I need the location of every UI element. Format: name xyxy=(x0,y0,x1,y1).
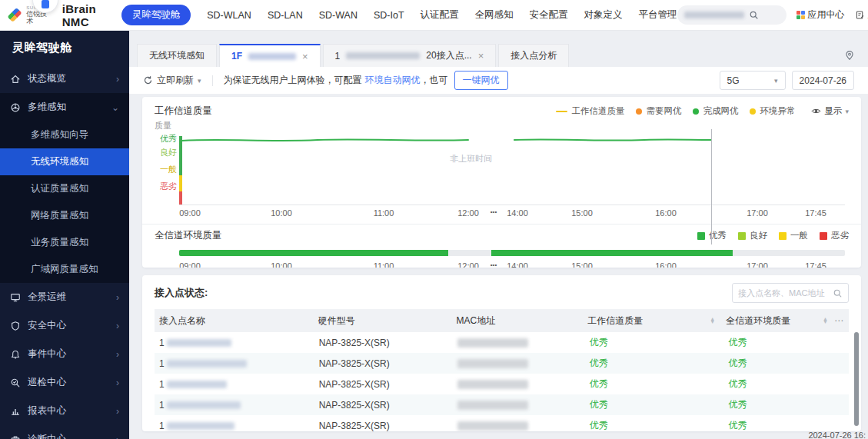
nav-item-platform-mgmt[interactable]: 平台管理 xyxy=(639,8,677,22)
close-icon[interactable]: × xyxy=(302,52,308,62)
page-toolbar: 立即刷新 ▾ 为保证无线用户上网体验，可配置 环境自动网优 ，也可 一键网优 5… xyxy=(129,67,868,94)
sidebar-subitem-network-quality[interactable]: 网络质量感知 xyxy=(0,202,129,229)
tab-label: 接入点分析 xyxy=(510,49,557,62)
table-row[interactable]: 1 NAP-3825-X(SR) 优秀 优秀 xyxy=(155,353,849,374)
main-area: 无线环境感知 1F × 1 20接入点... × 接入点分析 立 xyxy=(129,31,868,439)
x-tick: 14:00 xyxy=(507,208,528,218)
refresh-icon xyxy=(143,75,153,85)
sort-icon[interactable]: ▲▼ xyxy=(710,318,721,324)
caret-down-icon: ▾ xyxy=(845,108,849,115)
sidebar-item-label: 状态概览 xyxy=(28,72,66,85)
ops-monitor-icon xyxy=(10,292,21,303)
legend-label: 良好 xyxy=(750,230,767,241)
nav-item-sd-wan[interactable]: SD-WAN xyxy=(319,10,358,21)
legend-excellent[interactable]: 优秀 xyxy=(697,230,727,241)
nav-item-cockpit[interactable]: 灵眸驾驶舱 xyxy=(121,5,191,25)
time-axis: 09:00 10:00 11:00 12:00 ••• 14:00 15:00 … xyxy=(179,208,845,221)
date-value: 2024-07-26 xyxy=(800,75,846,86)
perception-icon xyxy=(10,102,21,113)
x-tick: 11:00 xyxy=(374,208,394,218)
legend-work-quality[interactable]: 工作信道质量 xyxy=(556,105,624,117)
sidebar-item-label: 巡检中心 xyxy=(28,376,66,389)
sidebar-subitem-wan-quality[interactable]: 广域网质量感知 xyxy=(0,256,129,283)
current-time-marker xyxy=(711,129,712,244)
chart-legend: 工作信道质量 需要网优 完成网优 环境异常 xyxy=(556,105,849,117)
close-icon[interactable]: × xyxy=(478,51,484,61)
sidebar-subitem-label: 广域网质量感知 xyxy=(31,263,98,276)
sidebar-item-inspection-center[interactable]: 巡检中心 › xyxy=(0,368,129,397)
one-key-optimize-button[interactable]: 一键网优 xyxy=(454,71,508,90)
feedback-icon xyxy=(855,10,865,20)
nav-item-sd-lan[interactable]: SD-LAN xyxy=(268,10,303,21)
inspection-icon xyxy=(10,377,21,388)
tab-wireless-env[interactable]: 无线环境感知 xyxy=(137,44,217,67)
model-cell: NAP-3825-X(SR) xyxy=(314,338,454,348)
legend-dot-swatch xyxy=(750,108,756,115)
sort-icon[interactable]: ▲▼ xyxy=(823,318,834,324)
chevron-right-icon: › xyxy=(116,434,119,439)
x-tick: 10:00 xyxy=(271,208,292,218)
display-toggle[interactable]: 显示 ▾ xyxy=(811,105,849,117)
masked-text xyxy=(167,422,234,430)
tab-label: 1 xyxy=(335,51,341,62)
legend-optimize-done[interactable]: 完成网优 xyxy=(693,105,738,117)
nav-item-security-config[interactable]: 安全配置 xyxy=(530,8,568,22)
eye-icon xyxy=(811,106,821,116)
feedback-button[interactable]: 反馈 xyxy=(855,8,868,22)
ap-search-input[interactable] xyxy=(738,288,829,298)
tab-ap-analysis[interactable]: 接入点分析 xyxy=(498,44,569,67)
global-search[interactable] xyxy=(677,5,787,25)
band-select[interactable]: 5G ▾ xyxy=(720,71,786,90)
table-body: 1 NAP-3825-X(SR) 优秀 优秀 1 NAP-3825-X(SR) … xyxy=(155,332,849,431)
sidebar-subitem-service-quality[interactable]: 业务质量感知 xyxy=(0,229,129,256)
date-picker[interactable]: 2024-07-26 xyxy=(792,71,854,90)
chevron-right-icon: › xyxy=(116,349,119,360)
env-quality-cell: 优秀 xyxy=(723,336,849,349)
tab-ap-20[interactable]: 1 20接入点... × xyxy=(323,44,497,67)
env-quality-cell: 优秀 xyxy=(723,419,849,431)
more-options-icon[interactable]: ⋯ xyxy=(834,315,846,326)
table-row[interactable]: 1 NAP-3825-X(SR) 优秀 优秀 xyxy=(155,415,849,431)
nav-item-sd-iot[interactable]: SD-IoT xyxy=(374,10,404,21)
sidebar-item-event-center[interactable]: 事件中心 › xyxy=(0,340,129,368)
sidebar: 灵眸驾驶舱 状态概览 › 多维感知 ⌄ 多维感知向导 无线环境感知 认证质量感知 xyxy=(0,31,129,439)
x-tick: 10:00 xyxy=(271,261,292,268)
legend-need-optimize[interactable]: 需要网优 xyxy=(636,105,681,117)
sidebar-subitem-auth-quality[interactable]: 认证质量感知 xyxy=(0,175,129,202)
sidebar-item-status-overview[interactable]: 状态概览 › xyxy=(0,65,129,93)
nav-item-auth-config[interactable]: 认证配置 xyxy=(421,8,459,22)
sidebar-title: 灵眸驾驶舱 xyxy=(0,31,129,65)
app-center-button[interactable]: 应用中心 xyxy=(796,8,845,22)
legend-dot-swatch xyxy=(636,108,642,115)
sidebar-subitem-wireless-env[interactable]: 无线环境感知 xyxy=(0,148,129,175)
table-scrollbar[interactable] xyxy=(854,332,859,426)
x-tick: 15:00 xyxy=(571,208,593,218)
auto-optimize-link[interactable]: 环境自动网优 xyxy=(365,74,421,87)
nav-item-network-perception[interactable]: 全网感知 xyxy=(475,8,514,22)
location-pin-button[interactable] xyxy=(840,46,859,65)
nav-item-sd-wlan[interactable]: SD-WLAN xyxy=(207,10,251,21)
legend-label: 一般 xyxy=(790,230,808,241)
sidebar-item-report-center[interactable]: 报表中心 › xyxy=(0,397,129,425)
sidebar-item-security-center[interactable]: 安全中心 › xyxy=(0,311,129,340)
table-row[interactable]: 1 NAP-3825-X(SR) 优秀 优秀 xyxy=(155,374,849,394)
legend-poor[interactable]: 恶劣 xyxy=(820,230,849,241)
sidebar-group-perception: 多维感知 ⌄ 多维感知向导 无线环境感知 认证质量感知 网络质量感知 业务质量感… xyxy=(0,93,129,283)
work-quality-cell: 优秀 xyxy=(585,419,724,431)
legend-env-abnormal[interactable]: 环境异常 xyxy=(750,105,795,117)
sidebar-subitem-perception-wizard[interactable]: 多维感知向导 xyxy=(0,121,129,148)
refresh-button[interactable]: 立即刷新 ▾ xyxy=(143,74,201,87)
legend-square-swatch xyxy=(697,232,705,240)
sidebar-item-multidim-perception[interactable]: 多维感知 ⌄ xyxy=(0,93,129,121)
nav-item-object-definition[interactable]: 对象定义 xyxy=(584,8,623,22)
legend-good[interactable]: 良好 xyxy=(738,230,767,241)
model-cell: NAP-3825-X(SR) xyxy=(314,421,454,431)
x-tick: 17:00 xyxy=(747,261,768,268)
sidebar-item-panorama-ops[interactable]: 全景运维 › xyxy=(0,283,129,311)
legend-fair[interactable]: 一般 xyxy=(779,230,808,241)
tab-floor-1f[interactable]: 1F × xyxy=(219,44,321,67)
sidebar-item-diagnosis-center[interactable]: 诊断中心 › xyxy=(0,425,129,439)
x-tick: 16:00 xyxy=(655,208,677,218)
table-row[interactable]: 1 NAP-3825-X(SR) 优秀 优秀 xyxy=(155,394,849,415)
table-row[interactable]: 1 NAP-3825-X(SR) 优秀 优秀 xyxy=(155,332,849,353)
